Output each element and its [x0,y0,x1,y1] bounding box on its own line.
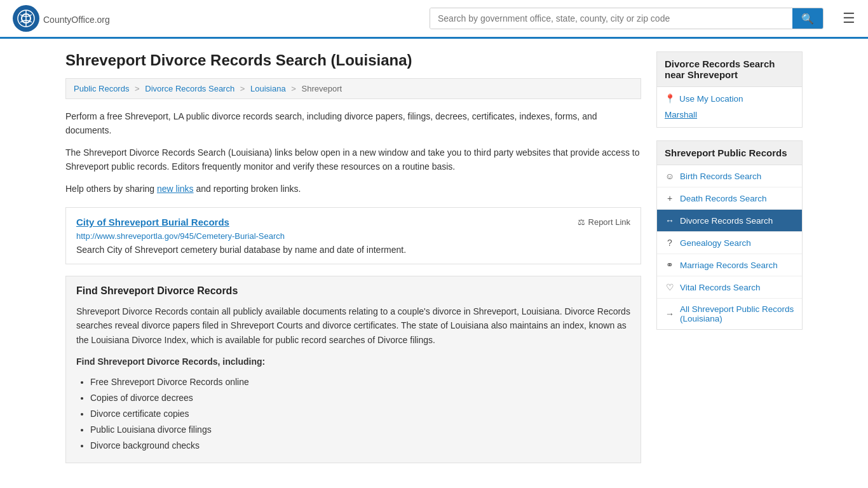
find-section-list-title: Find Shreveport Divorce Records, includi… [76,355,630,369]
sidebar-item-marriage-records[interactable]: ⚭ Marriage Records Search [657,254,802,276]
list-item: Public Louisiana divorce filings [90,422,630,438]
report-link[interactable]: ⚖ Report Link [578,217,630,227]
sidebar-nearby-section: Divorce Records Search near Shreveport 📍… [656,51,803,128]
menu-icon[interactable]: ☰ [843,10,855,27]
list-item: Divorce background checks [90,438,630,454]
sidebar-item-label: Marriage Records Search [680,261,778,270]
sidebar-links: ☺ Birth Records Search + Death Records S… [656,165,803,330]
sidebar-item-label: Death Records Search [680,194,767,203]
list-item: Divorce certificate copies [90,406,630,422]
sidebar-item-label: Genealogy Search [680,238,751,248]
sidebar: Divorce Records Search near Shreveport 📍… [656,51,803,463]
main-content: Shreveport Divorce Records Search (Louis… [65,51,641,463]
find-section-title: Find Shreveport Divorce Records [76,285,630,297]
sidebar-item-genealogy[interactable]: ? Genealogy Search [657,232,802,254]
intro-paragraph-1: Perform a free Shreveport, LA public div… [65,109,641,138]
search-button[interactable]: 🔍 [792,8,823,29]
search-input[interactable] [430,8,792,29]
find-section: Find Shreveport Divorce Records Shrevepo… [65,276,641,464]
record-card-title: City of Shreveport Burial Records [76,217,229,227]
breadcrumb-divorce-records[interactable]: Divorce Records Search [145,84,234,93]
breadcrumb-louisiana[interactable]: Louisiana [250,84,286,93]
report-icon: ⚖ [578,217,585,227]
logo-wordmark: CountyOffice.org [43,11,110,26]
intro-paragraph-2: The Shreveport Divorce Records Search (L… [65,146,641,174]
sidebar-item-death-records[interactable]: + Death Records Search [657,187,802,210]
nearby-marshall-link[interactable]: Marshall [665,109,794,121]
record-card: City of Shreveport Burial Records ⚖ Repo… [65,207,641,264]
intro-3-prefix: Help others by sharing [65,184,157,194]
rings-icon: ⚭ [665,260,675,270]
use-my-location-label: Use My Location [679,94,743,104]
sidebar-item-birth-records[interactable]: ☺ Birth Records Search [657,165,802,187]
record-card-link[interactable]: City of Shreveport Burial Records [76,217,229,227]
breadcrumb-public-records[interactable]: Public Records [74,84,129,93]
list-item: Copies of divorce decrees [90,390,630,406]
heart-icon: ♡ [665,282,675,292]
sidebar-item-all-records[interactable]: → All Shreveport Public Records (Louisia… [657,299,802,329]
breadcrumb: Public Records > Divorce Records Search … [65,78,641,99]
intro-paragraph-3: Help others by sharing new links and rep… [65,182,641,196]
content-wrapper: Shreveport Divorce Records Search (Louis… [53,39,815,476]
arrow-icon: → [665,309,675,319]
intro-3-suffix: and reporting broken links. [194,184,301,194]
record-card-header: City of Shreveport Burial Records ⚖ Repo… [76,217,630,227]
site-header: CountyOffice.org 🔍 ☰ [0,0,868,39]
question-icon: ? [665,238,675,248]
sidebar-nearby-title: Divorce Records Search near Shreveport [656,51,803,87]
sidebar-item-vital-records[interactable]: ♡ Vital Records Search [657,276,802,299]
location-pin-icon: 📍 [665,93,675,104]
new-links-link[interactable]: new links [157,184,194,194]
list-item: Free Shreveport Divorce Records online [90,374,630,390]
find-section-list: Free Shreveport Divorce Records online C… [76,374,630,454]
sidebar-item-label: Birth Records Search [680,172,761,181]
breadcrumb-shreveport: Shreveport [302,84,342,93]
sidebar-public-records-section: Shreveport Public Records ☺ Birth Record… [656,140,803,330]
logo-icon [13,5,39,32]
sidebar-item-label: Vital Records Search [680,283,761,292]
sidebar-public-records-title: Shreveport Public Records [656,140,803,165]
report-link-label: Report Link [588,217,630,227]
page-title: Shreveport Divorce Records Search (Louis… [65,51,641,69]
arrows-icon: ↔ [665,215,675,226]
sidebar-item-divorce-records[interactable]: ↔ Divorce Records Search [657,210,802,232]
find-section-body: Shreveport Divorce Records contain all p… [76,304,630,347]
location-area: 📍 Use My Location Marshall [656,87,803,128]
sidebar-item-label: All Shreveport Public Records (Louisiana… [680,304,794,323]
record-card-desc: Search City of Shreveport cemetery buria… [76,245,630,255]
record-card-url[interactable]: http://www.shreveportla.gov/945/Cemetery… [76,231,630,241]
use-my-location-link[interactable]: 📍 Use My Location [665,93,794,104]
cross-icon: + [665,193,675,203]
person-icon: ☺ [665,171,675,181]
sidebar-item-label: Divorce Records Search [680,216,773,226]
search-bar: 🔍 [430,8,824,29]
logo[interactable]: CountyOffice.org [13,5,110,32]
